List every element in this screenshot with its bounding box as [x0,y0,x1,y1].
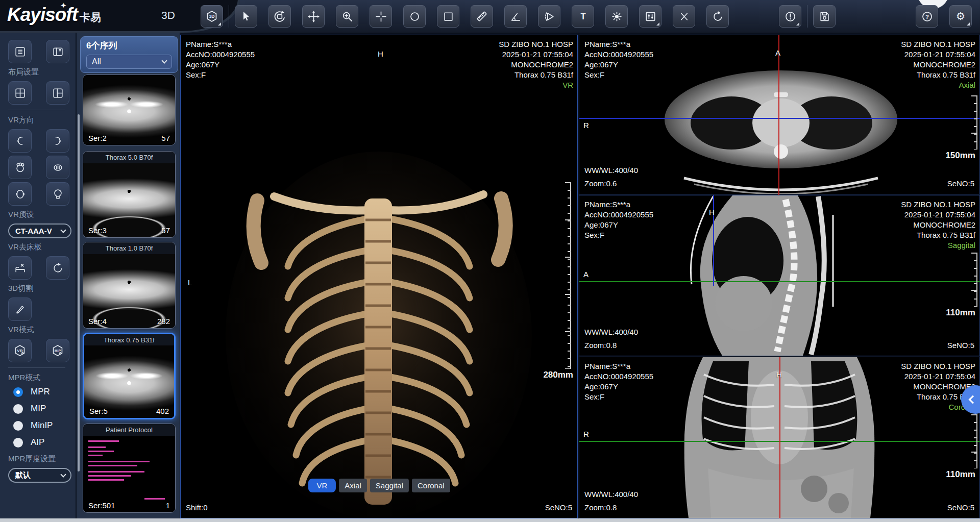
window-level-button[interactable] [605,5,628,28]
reset-button[interactable] [706,5,729,28]
series-number: Ser:4 [88,317,107,326]
vr-preset-value: CT-AAA-V [15,227,52,235]
view-switch-coronal[interactable]: Coronal [412,479,450,492]
logo-text: Kayisoft [7,4,78,26]
vr-render-mode-button[interactable]: VR [8,339,32,362]
delete-button[interactable] [673,5,695,28]
app-window: Kayisoft 卡易 ✦ 3D 3D [0,0,980,522]
patient-accno: AccNO:0004920555 [584,210,653,220]
split-layout-button[interactable] [46,81,69,105]
text-annotation-button[interactable]: T [572,5,594,28]
patient-info-overlay: PName:S***a AccNO:0004920555 Age:067Y Se… [584,361,653,402]
vr-viewport[interactable]: PName:S***a AccNO:0004920555 Age:067Y Se… [180,35,578,518]
view-angle-button[interactable] [538,5,560,28]
patient-name: PName:S***a [186,39,255,49]
rotate-3d-button[interactable] [268,5,291,28]
window-presets-button[interactable] [639,5,662,28]
series-number-overlay: SeNO:5 [947,503,974,513]
view-switch-saggital[interactable]: Saggital [370,479,409,492]
series-thumbnail-ser501[interactable]: Patient Protocol Ser:501 1 [83,424,176,513]
patient-name: PName:S***a [584,200,653,210]
bottom-strip [0,518,980,522]
series-number: Ser:5 [89,407,108,415]
series-scrollbar[interactable] [78,114,80,471]
zoom-value: Zoom:0.6 [584,179,617,189]
rect-roi-button[interactable] [437,5,459,28]
orientation-marker-left: R [583,121,589,130]
series-thumbnail-ser2[interactable]: Ser:2 57 [83,74,176,145]
series-thumbnail-ser3[interactable]: Thorax 5.0 B70f Ser:3 57 [83,151,176,238]
orientation-marker-left: L [188,278,192,287]
mpr-radio-mip[interactable]: MIP [13,404,76,414]
angle-tool-button[interactable] [504,5,527,28]
crosshair-button[interactable] [370,5,392,28]
vr-head-posterior-icon[interactable] [46,182,69,206]
vr-head-anterior-icon[interactable] [8,182,32,206]
radio-label: MinIP [31,420,53,431]
remove-bed-button[interactable] [8,256,32,280]
mpr-radio-minip[interactable]: MinIP [13,420,76,431]
saggital-viewport[interactable]: PName:S***a AccNO:0004920555 Age:067Y Se… [579,195,980,356]
window-level-value: WW/WL:400/40 [584,165,638,176]
close-panel-button[interactable] [46,40,69,63]
mpr-radio-mpr[interactable]: MPR [13,387,76,397]
svg-text:MIP: MIP [55,349,61,353]
vr-head-inferior-icon[interactable] [46,156,69,179]
radio-icon [13,421,23,431]
series-thumbnail-ser5-selected[interactable]: Thorax 0.75 B31f Ser:5 402 [83,333,176,419]
cursor-button[interactable] [235,5,257,28]
save-button[interactable] [813,5,836,28]
hospital-name: SD ZIBO NO.1 HOSP [901,200,975,210]
zoom-button[interactable] [336,5,358,28]
view-3d-button[interactable]: 3D [201,5,223,28]
series-panel: 6个序列 All Ser:2 57 Thorax 5.0 B70f Ser:3 … [76,33,180,518]
series-filter-select[interactable]: All [86,55,172,69]
grid-layout-button[interactable] [8,81,32,105]
image-count: 57 [161,134,170,142]
vr-head-left-icon[interactable] [8,129,32,153]
mpr-thickness-select[interactable]: 默认 [8,468,71,483]
coronal-viewport[interactable]: PName:S***a AccNO:0004920555 Age:067Y Se… [579,357,980,518]
patient-info-overlay: PName:S***a AccNO:0004920555 Age:067Y Se… [584,39,653,80]
axial-viewport[interactable]: PName:S***a AccNO:0004920555 Age:067Y Se… [579,35,980,194]
view-switch-vr[interactable]: VR [308,479,336,492]
mpr-thickness-value: 默认 [15,470,31,480]
dropdown-corner-icon [796,22,799,26]
orientation-marker-left: A [583,270,589,279]
scale-ruler [971,414,977,468]
toolbar-right-group: ? ⚙ [916,5,972,28]
hospital-name: SD ZIBO NO.1 HOSP [901,361,975,371]
vr-preset-select[interactable]: CT-AAA-V [8,223,71,238]
mpr-radio-aip[interactable]: AIP [13,437,76,448]
vr-head-right-icon[interactable] [46,129,69,153]
mip-render-mode-button[interactable]: MIP [46,339,69,362]
layout-settings-label: 布局设置 [8,67,76,77]
series-name: Thorax 5.0 B70f [83,152,175,163]
ruler-tool-button[interactable] [471,5,493,28]
help-button[interactable]: ? [916,5,938,28]
view-switch-axial[interactable]: Axial [339,479,367,492]
patient-age: Age:067Y [584,382,653,392]
app-logo: Kayisoft 卡易 ✦ [7,4,101,26]
scale-ruler [971,95,977,150]
study-datetime: 2025-01-21 07:55:04 [901,371,975,382]
vr-head-superior-icon[interactable] [8,156,32,179]
series-list-toggle-button[interactable] [8,40,32,63]
view-type-label: Saggital [901,240,975,251]
photometric: MONOCHROME2 [901,60,975,70]
svg-text:⚙: ⚙ [956,10,965,22]
ellipse-roi-button[interactable] [403,5,426,28]
scalpel-icon[interactable] [8,297,32,321]
window-level-value: WW/WL:400/40 [584,489,638,500]
series-filter-value: All [92,57,101,66]
study-info-overlay: SD ZIBO NO.1 HOSP 2025-01-21 07:55:04 MO… [901,200,975,251]
patient-name: PName:S***a [584,39,653,49]
zoom-value: Zoom:0.8 [584,503,617,513]
series-number-overlay: SeNO:5 [947,179,974,189]
settings-button[interactable]: ⚙ [949,5,972,28]
vr-reset-button[interactable] [46,256,69,280]
series-number-overlay: SeNO:5 [947,340,974,351]
report-button[interactable] [779,5,801,28]
pan-button[interactable] [302,5,325,28]
series-thumbnail-ser4[interactable]: Thorax 1.0 B70f Ser:4 282 [83,242,176,329]
